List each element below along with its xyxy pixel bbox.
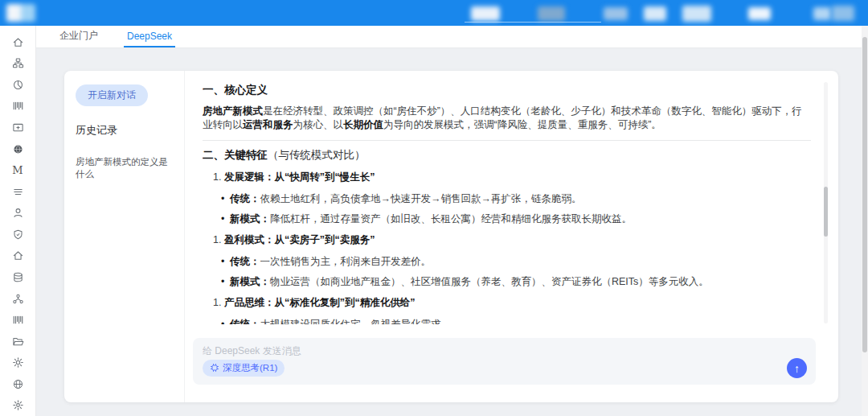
blurred-nav-item[interactable] xyxy=(644,6,666,21)
blurred-nav-item[interactable] xyxy=(471,6,500,21)
top-header xyxy=(0,0,868,26)
assistant-answer: 一、核心定义 房地产新模式是在经济转型、政策调控（如“房住不炒”）、人口结构变化… xyxy=(203,81,811,324)
message-input[interactable] xyxy=(203,344,807,357)
page-scrollbar-thumb[interactable] xyxy=(862,37,867,352)
tab-deepseek[interactable]: DeepSeek xyxy=(124,26,175,47)
answer-subsection: 1. 发展逻辑：从“快周转”到“慢生长” 传统：依赖土地红利，高负债拿地→快速开… xyxy=(203,171,811,224)
home-icon[interactable] xyxy=(7,31,28,53)
list-icon[interactable] xyxy=(7,181,28,203)
bullet-item: 传统：一次性销售为主，利润来自开发差价。 xyxy=(221,256,811,267)
answer-heading-core-definition: 一、核心定义 xyxy=(203,83,811,97)
answer-paragraph: 房地产新模式是在经济转型、政策调控（如“房住不炒”）、人口结构变化（老龄化、少子… xyxy=(203,105,811,132)
globe-filled-icon[interactable] xyxy=(7,138,28,160)
settings-icon[interactable] xyxy=(7,395,28,416)
answer-heading-key-features: 二、关键特征（与传统模式对比） xyxy=(203,148,811,163)
network-icon[interactable] xyxy=(7,288,28,310)
bullet-item: 新模式：降低杠杆，通过存量资产（如旧改、长租公寓）经营和精细化服务获取长期收益。 xyxy=(221,213,811,224)
tab-bar: 企业门户 DeepSeek xyxy=(36,26,868,48)
folder-icon[interactable] xyxy=(7,331,28,352)
answer-subsection: 1. 产品思维：从“标准化复制”到“精准化供给” 传统：大规模建设同质化住宅，忽… xyxy=(203,296,811,324)
history-item[interactable]: 房地产新模式的定义是什么 xyxy=(76,156,173,180)
gear-flower-icon[interactable] xyxy=(7,352,28,373)
org-chart-icon[interactable] xyxy=(7,53,28,75)
blurred-nav-item[interactable] xyxy=(604,7,628,20)
bullet-item: 传统：依赖土地红利，高负债拿地→快速开发→销售回款→再扩张，链条脆弱。 xyxy=(221,193,811,204)
user-icon[interactable] xyxy=(7,203,28,224)
blurred-account-item[interactable] xyxy=(832,6,854,21)
new-chat-button[interactable]: 开启新对话 xyxy=(76,84,148,106)
history-heading: 历史记录 xyxy=(76,123,173,138)
home-alt-icon[interactable] xyxy=(7,245,28,267)
page-scrollbar-track xyxy=(862,26,868,416)
database-icon[interactable] xyxy=(7,266,28,288)
shield-icon[interactable] xyxy=(7,224,28,245)
chat-main: 一、核心定义 房地产新模式是在经济转型、政策调控（如“房住不炒”）、人口结构变化… xyxy=(185,71,838,402)
bullet-item: 传统：大规模建设同质化住宅，忽视差异化需求。 xyxy=(221,319,811,324)
deep-think-icon xyxy=(210,363,219,374)
section-divider xyxy=(203,140,811,141)
tab-enterprise-portal[interactable]: 企业门户 xyxy=(56,26,101,47)
blurred-nav-item[interactable] xyxy=(748,7,771,20)
send-arrow-icon: ↑ xyxy=(794,363,800,374)
barcode-alt-icon[interactable] xyxy=(7,309,28,331)
deep-think-button[interactable]: 深度思考(R1) xyxy=(203,360,285,377)
m-letter-icon[interactable]: M xyxy=(7,159,28,181)
bullet-item: 新模式：物业运营（如商业地产租金）、社区增值服务（养老、教育）、资产证券化（RE… xyxy=(221,276,811,287)
app-logo xyxy=(6,4,35,22)
left-icon-sidebar: M xyxy=(0,26,36,416)
blurred-nav-item[interactable] xyxy=(813,7,831,20)
answer-scrollbar-track xyxy=(824,82,828,323)
message-composer: 深度思考(R1) ↑ xyxy=(193,338,816,385)
barcode-icon[interactable] xyxy=(7,96,28,117)
card-add-icon[interactable] xyxy=(7,117,28,138)
chat-sidebar: 开启新对话 历史记录 房地产新模式的定义是什么 xyxy=(64,71,185,402)
nav-underline xyxy=(465,22,601,23)
pie-chart-icon[interactable] xyxy=(7,74,28,96)
deepseek-chat-card: 开启新对话 历史记录 房地产新模式的定义是什么 一、核心定义 房地产新模式是在经… xyxy=(64,71,838,402)
globe-icon[interactable] xyxy=(7,373,28,395)
answer-subsection: 1. 盈利模式：从“卖房子”到“卖服务” 传统：一次性销售为主，利润来自开发差价… xyxy=(203,233,811,287)
blurred-nav-item[interactable] xyxy=(682,6,711,22)
blurred-nav-item[interactable] xyxy=(538,6,565,21)
workspace: 开启新对话 历史记录 房地产新模式的定义是什么 一、核心定义 房地产新模式是在经… xyxy=(36,48,868,416)
answer-scrollbar-thumb[interactable] xyxy=(824,187,828,237)
send-button[interactable]: ↑ xyxy=(787,358,807,378)
